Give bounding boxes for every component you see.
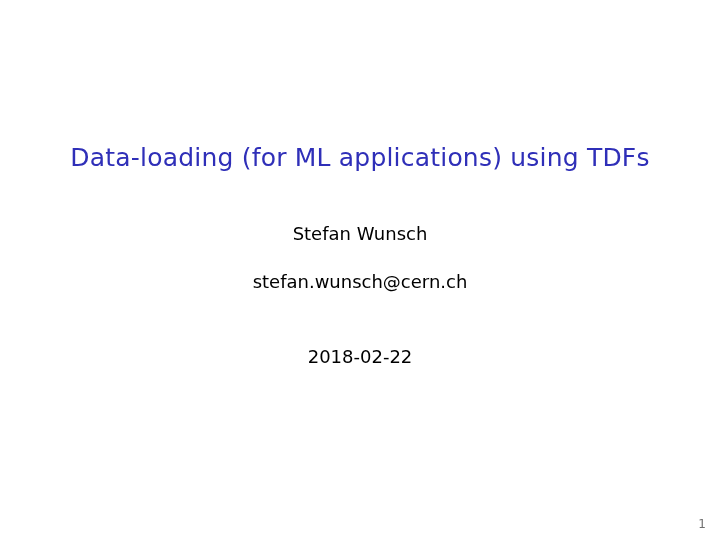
page-number: 1 [698, 517, 706, 531]
author-email: stefan.wunsch@cern.ch [0, 271, 720, 292]
title-slide: Data-loading (for ML applications) using… [0, 0, 720, 541]
author-name: Stefan Wunsch [0, 223, 720, 244]
slide-date: 2018-02-22 [0, 346, 720, 367]
slide-title: Data-loading (for ML applications) using… [0, 143, 720, 172]
